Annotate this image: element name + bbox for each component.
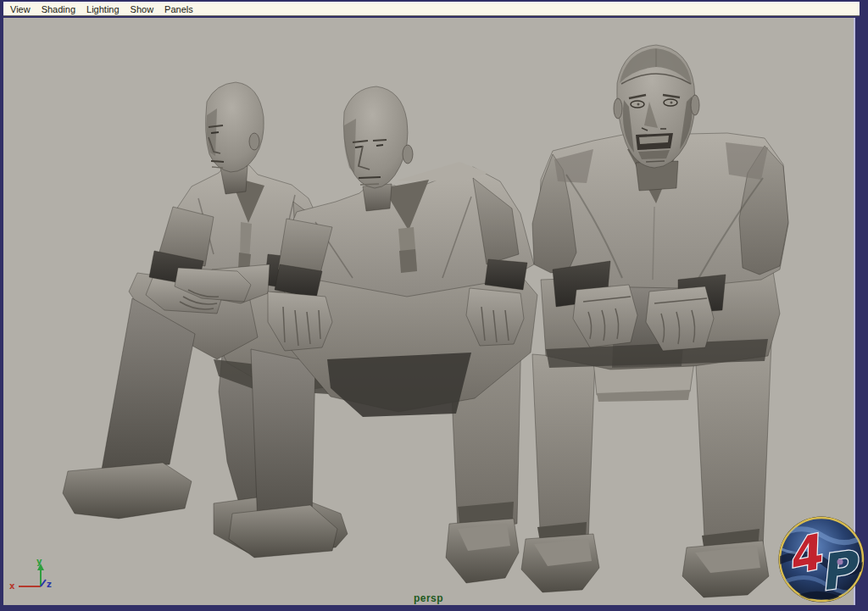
menu-shading[interactable]: Shading — [42, 4, 75, 14]
figure-right[interactable] — [521, 45, 788, 597]
perspective-viewport[interactable]: x y z — [3, 18, 854, 605]
maya-viewport-window: View Shading Lighting Show Panels — [0, 0, 868, 611]
axis-y-label: y — [36, 557, 42, 566]
menu-show[interactable]: Show — [131, 4, 154, 14]
camera-name-label: persp — [3, 592, 854, 604]
figure-center[interactable] — [229, 86, 537, 583]
axis-gizmo: x y z — [9, 557, 52, 591]
axis-z-label: z — [47, 580, 52, 589]
viewport-menubar: View Shading Lighting Show Panels — [3, 2, 860, 16]
watermark-4players-logo: 4 P — [776, 515, 865, 605]
scene-3d: x y z — [3, 18, 854, 605]
menu-view[interactable]: View — [10, 4, 31, 14]
logo-p-bowl-dot — [837, 559, 843, 565]
menu-panels[interactable]: Panels — [164, 4, 193, 14]
menu-lighting[interactable]: Lighting — [86, 4, 120, 14]
axis-x-label: x — [9, 581, 15, 591]
